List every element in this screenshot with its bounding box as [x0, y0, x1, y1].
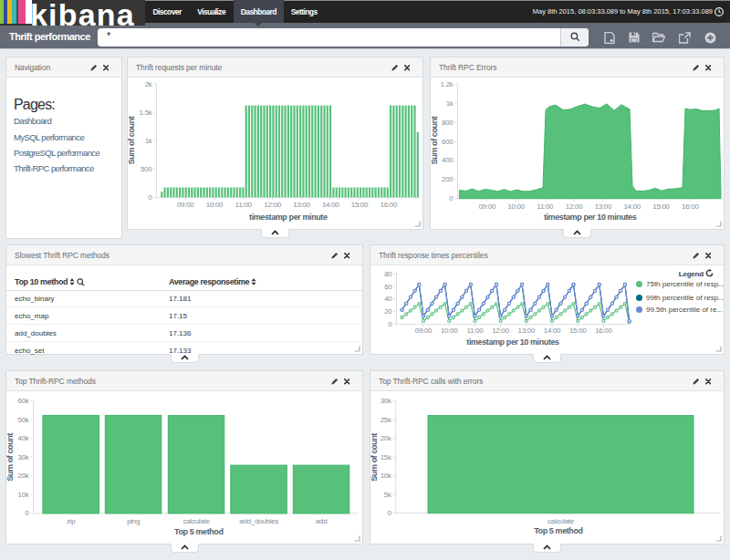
- svg-text:12:00: 12:00: [264, 201, 281, 209]
- svg-text:12:00: 12:00: [492, 327, 509, 335]
- svg-text:10k: 10k: [18, 491, 30, 499]
- svg-text:timestamp per 10 minutes: timestamp per 10 minutes: [544, 213, 637, 222]
- svg-text:25k: 25k: [381, 416, 392, 424]
- svg-text:add: add: [316, 517, 327, 525]
- svg-text:timestamp per 10 minutes: timestamp per 10 minutes: [466, 337, 559, 347]
- svg-text:15:00: 15:00: [569, 327, 587, 335]
- svg-text:16:00: 16:00: [595, 327, 612, 335]
- svg-text:15:00: 15:00: [652, 202, 670, 211]
- svg-text:add_doubles: add_doubles: [239, 517, 278, 525]
- svg-text:11:00: 11:00: [235, 201, 253, 209]
- svg-text:0: 0: [148, 193, 152, 202]
- svg-text:11:00: 11:00: [466, 327, 484, 335]
- svg-text:20: 20: [384, 307, 392, 316]
- svg-text:09:00: 09:00: [415, 327, 433, 335]
- svg-text:16:00: 16:00: [381, 201, 398, 209]
- svg-text:13:00: 13:00: [518, 327, 536, 335]
- svg-text:14:00: 14:00: [544, 327, 561, 335]
- svg-text:11:00: 11:00: [537, 202, 554, 211]
- svg-text:12:00: 12:00: [566, 202, 583, 211]
- svg-text:zip: zip: [67, 517, 76, 525]
- svg-text:500: 500: [141, 165, 152, 173]
- svg-text:400: 400: [442, 156, 454, 164]
- svg-text:10k: 10k: [381, 472, 392, 480]
- svg-text:50k: 50k: [18, 416, 30, 424]
- svg-text:13:00: 13:00: [293, 201, 310, 209]
- svg-text:80: 80: [384, 270, 392, 278]
- svg-text:0: 0: [25, 509, 29, 517]
- svg-text:09:00: 09:00: [177, 201, 194, 209]
- svg-text:200: 200: [442, 175, 454, 183]
- svg-text:5k: 5k: [384, 491, 392, 499]
- svg-text:09:00: 09:00: [478, 202, 495, 211]
- svg-text:15:00: 15:00: [351, 201, 369, 209]
- svg-text:10:00: 10:00: [441, 327, 458, 335]
- svg-text:13:00: 13:00: [595, 202, 612, 211]
- svg-text:10:00: 10:00: [206, 201, 224, 209]
- svg-text:14:00: 14:00: [322, 201, 339, 209]
- svg-text:1.5k: 1.5k: [140, 109, 153, 117]
- svg-text:1k: 1k: [145, 137, 153, 145]
- svg-text:60: 60: [384, 283, 392, 291]
- svg-text:14:00: 14:00: [623, 202, 641, 211]
- svg-text:Sum of count: Sum of count: [431, 116, 439, 164]
- svg-text:2k: 2k: [145, 80, 153, 88]
- svg-text:30k: 30k: [381, 397, 392, 405]
- svg-text:Sum of count: Sum of count: [370, 433, 379, 482]
- svg-text:20k: 20k: [381, 434, 392, 442]
- svg-text:ping: ping: [127, 517, 140, 525]
- svg-text:40: 40: [384, 295, 392, 303]
- svg-text:600: 600: [442, 138, 454, 146]
- svg-text:Top 5 method: Top 5 method: [534, 526, 583, 535]
- svg-text:30k: 30k: [18, 453, 30, 461]
- svg-text:1.2k: 1.2k: [441, 80, 454, 88]
- svg-text:calculate: calculate: [548, 517, 575, 525]
- svg-text:16:00: 16:00: [682, 202, 699, 211]
- svg-text:1k: 1k: [446, 99, 454, 108]
- svg-text:0: 0: [449, 194, 454, 202]
- svg-text:60k: 60k: [18, 397, 30, 405]
- svg-text:Top 5 method: Top 5 method: [174, 527, 224, 536]
- svg-text:timestamp per minute: timestamp per minute: [249, 213, 328, 222]
- svg-text:0: 0: [388, 320, 392, 328]
- svg-text:Sum of count: Sum of count: [128, 116, 136, 164]
- svg-text:20k: 20k: [18, 472, 30, 480]
- svg-text:0: 0: [388, 509, 392, 517]
- svg-text:15k: 15k: [381, 453, 392, 461]
- svg-text:10:00: 10:00: [507, 202, 525, 211]
- svg-text:calculate: calculate: [183, 517, 211, 525]
- svg-text:Sum of count: Sum of count: [6, 433, 15, 482]
- svg-text:800: 800: [442, 119, 454, 127]
- svg-text:40k: 40k: [18, 434, 30, 442]
